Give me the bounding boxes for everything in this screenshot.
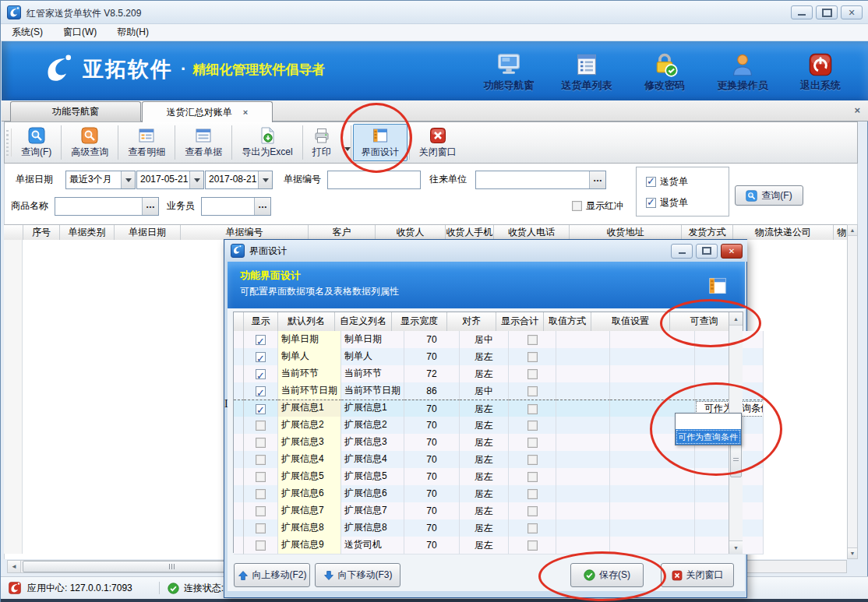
grid-column-header[interactable]: 单据类别	[60, 225, 115, 240]
tab-delivery-summary[interactable]: 送货汇总对账单 ×	[142, 101, 273, 122]
value-method-cell[interactable]	[556, 382, 610, 400]
default-column-name[interactable]: 扩展信息9	[278, 537, 341, 554]
sum-checkbox[interactable]	[528, 352, 538, 362]
scroll-left-icon[interactable]: ◄	[8, 561, 21, 572]
grid-column-header[interactable]: 单据日期	[115, 225, 181, 240]
column-width-value[interactable]: 70	[404, 537, 460, 554]
dialog-column-header[interactable]: 显示	[244, 312, 278, 332]
sum-checkbox[interactable]	[528, 386, 538, 396]
show-checkbox[interactable]	[256, 386, 266, 396]
row-indicator[interactable]	[234, 468, 244, 486]
column-width-value[interactable]: 70	[404, 331, 460, 349]
value-method-cell[interactable]	[556, 400, 610, 418]
custom-column-name[interactable]: 扩展信息4	[341, 451, 404, 469]
default-column-name[interactable]: 扩展信息3	[278, 434, 341, 452]
value-method-cell[interactable]	[556, 434, 610, 452]
show-checkbox[interactable]	[256, 369, 266, 379]
dialog-table-row[interactable]: 扩展信息1扩展信息170居左可作为查询条件	[234, 400, 743, 417]
column-width-value[interactable]: 86	[404, 382, 460, 400]
return-checkbox[interactable]	[646, 198, 656, 208]
column-width-value[interactable]: 70	[404, 400, 460, 418]
align-value[interactable]: 居左	[460, 485, 509, 503]
salesman-field[interactable]	[202, 198, 254, 215]
align-value[interactable]: 居左	[460, 451, 509, 469]
show-checkbox[interactable]	[256, 352, 266, 362]
value-setting-cell[interactable]	[610, 502, 695, 520]
align-value[interactable]: 居左	[460, 417, 509, 435]
sum-checkbox[interactable]	[528, 455, 538, 465]
partner-picker-button[interactable]: …	[589, 171, 605, 188]
custom-column-name[interactable]: 扩展信息1	[341, 400, 404, 418]
custom-column-name[interactable]: 扩展信息6	[341, 485, 404, 503]
sum-checkbox[interactable]	[528, 438, 538, 448]
dialog-table-row[interactable]: 制单人制单人70居左	[234, 348, 743, 365]
dialog-column-header[interactable]: 自定义列名	[335, 312, 392, 332]
maximize-button[interactable]	[816, 5, 838, 19]
value-setting-cell[interactable]	[610, 365, 695, 383]
value-method-cell[interactable]	[556, 485, 610, 503]
sum-checkbox[interactable]	[528, 540, 538, 551]
show-checkbox[interactable]	[256, 506, 266, 516]
default-column-name[interactable]: 扩展信息4	[278, 451, 341, 469]
column-width-value[interactable]: 70	[404, 417, 460, 435]
align-value[interactable]: 居左	[460, 434, 509, 452]
row-indicator[interactable]	[234, 417, 244, 435]
row-indicator[interactable]	[234, 348, 244, 366]
value-method-cell[interactable]	[556, 331, 610, 349]
column-width-value[interactable]: 70	[404, 451, 460, 469]
scrollbar-thumb[interactable]	[730, 442, 742, 477]
show-checkbox[interactable]	[256, 421, 266, 431]
product-field[interactable]	[55, 198, 142, 215]
toolbar-print-button[interactable]: 打印	[303, 125, 340, 161]
value-setting-cell[interactable]	[610, 331, 695, 349]
date-from-combo[interactable]: 2017-05-21	[136, 171, 204, 189]
save-button[interactable]: 保存(S)	[570, 563, 644, 587]
column-width-value[interactable]: 70	[404, 348, 460, 366]
row-indicator[interactable]	[234, 519, 244, 537]
custom-column-name[interactable]: 当前环节	[341, 365, 404, 383]
custom-column-name[interactable]: 扩展信息8	[341, 519, 404, 537]
delivery-list-button[interactable]: 送货单列表	[553, 48, 620, 93]
bill-no-field[interactable]	[328, 171, 420, 188]
row-indicator[interactable]	[234, 331, 244, 349]
align-value[interactable]: 居左	[460, 519, 509, 537]
toolbar-export-excel-button[interactable]: 导出为Excel	[232, 122, 302, 163]
align-value[interactable]: 居中	[460, 331, 509, 349]
grid-column-header[interactable]: 单据编号	[181, 225, 309, 240]
column-width-value[interactable]: 70	[404, 502, 460, 520]
dialog-column-header[interactable]: 对齐	[447, 312, 496, 332]
sum-checkbox[interactable]	[528, 506, 538, 516]
dialog-maximize-button[interactable]	[696, 244, 718, 259]
sum-checkbox[interactable]	[528, 489, 538, 499]
default-column-name[interactable]: 扩展信息7	[278, 502, 341, 520]
menu-system[interactable]: 系统(S)	[12, 26, 43, 39]
value-method-cell[interactable]	[556, 519, 610, 537]
row-indicator[interactable]	[234, 537, 244, 554]
value-setting-cell[interactable]	[610, 468, 695, 486]
delivery-checkbox[interactable]	[646, 177, 656, 187]
show-checkbox[interactable]	[256, 335, 266, 345]
column-width-value[interactable]: 70	[404, 434, 460, 452]
value-setting-cell[interactable]	[610, 485, 695, 503]
column-width-value[interactable]: 70	[404, 519, 460, 537]
tab-close-icon[interactable]: ×	[243, 107, 248, 117]
grid-column-header[interactable]: 序号	[23, 225, 60, 240]
row-indicator[interactable]	[234, 451, 244, 469]
value-method-cell[interactable]	[556, 365, 610, 383]
dialog-close-window-button[interactable]: 关闭窗口	[661, 563, 734, 587]
show-checkbox[interactable]	[256, 472, 266, 482]
grid-vertical-scrollbar[interactable]: ▲ ▼	[847, 224, 858, 559]
toolbar-view-detail-button[interactable]: 查看明细	[118, 122, 175, 163]
value-method-cell[interactable]	[556, 348, 610, 366]
dropdown-option-queryable[interactable]: 可作为查询条件	[676, 429, 741, 445]
grid-column-header[interactable]: 发货方式	[682, 225, 733, 240]
product-picker-button[interactable]: …	[142, 198, 158, 215]
row-indicator[interactable]	[234, 400, 244, 418]
column-width-value[interactable]: 70	[404, 485, 460, 503]
row-indicator[interactable]	[234, 365, 244, 383]
row-indicator[interactable]	[234, 502, 244, 520]
value-setting-cell[interactable]	[610, 382, 695, 400]
menu-help[interactable]: 帮助(H)	[117, 26, 149, 39]
dialog-table-row[interactable]: 制单日期制单日期70居中	[234, 331, 743, 348]
align-value[interactable]: 居左	[460, 468, 509, 486]
